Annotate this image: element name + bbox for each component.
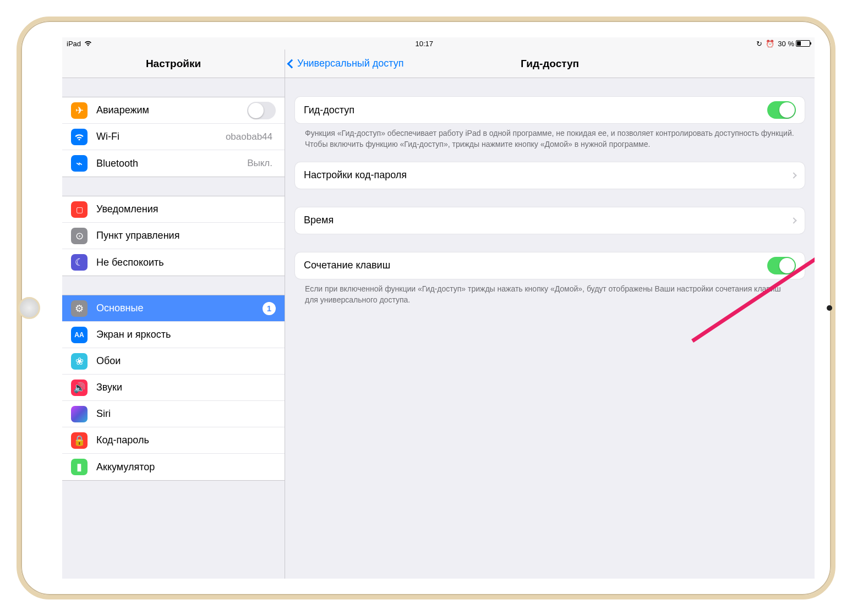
passcode-label: Настройки код-пароля: [304, 169, 791, 181]
wifi-value: obaobab44: [226, 131, 272, 142]
sounds-icon: 🔊: [71, 380, 88, 396]
guided-access-toggle[interactable]: [767, 101, 796, 119]
row-passcode-settings[interactable]: Настройки код-пароля: [295, 162, 805, 189]
home-button[interactable]: [18, 297, 40, 319]
sidebar-item-label: Bluetooth: [96, 158, 247, 169]
sidebar-item-battery[interactable]: ▮ Аккумулятор: [62, 454, 285, 480]
row-accessibility-shortcut[interactable]: Сочетание клавиш: [295, 252, 805, 279]
status-right: ↻ ⏰ 30 %: [756, 40, 810, 48]
sidebar-item-label: Пункт управления: [96, 230, 276, 241]
sidebar-group-network: ✈ Авиарежим Wi-Fi obaobab44 ⌁ Bluetooth …: [62, 97, 285, 177]
shortcut-footnote: Если при включенной функции «Гид-доступ»…: [295, 279, 805, 306]
camera-dot: [827, 305, 832, 311]
detail-group-guided: Гид-доступ: [295, 97, 805, 123]
settings-sidebar: Настройки ✈ Авиарежим Wi-Fi obaobab44: [62, 50, 285, 579]
sidebar-item-display[interactable]: AA Экран и яркость: [62, 322, 285, 348]
airplane-toggle[interactable]: [247, 102, 276, 119]
siri-icon: [71, 406, 88, 422]
rotation-lock-icon: ↻: [756, 40, 762, 48]
detail-pane: Универсальный доступ Гид-доступ Гид-дост…: [285, 50, 815, 579]
guided-access-label: Гид-доступ: [304, 105, 767, 116]
sidebar-item-label: Не беспокоить: [96, 257, 276, 268]
notifications-icon: ▢: [71, 201, 88, 218]
sidebar-item-label: Обои: [96, 355, 276, 367]
sidebar-item-passcode[interactable]: 🔒 Код-пароль: [62, 427, 285, 454]
detail-group-shortcut: Сочетание клавиш: [295, 252, 805, 279]
back-button[interactable]: Универсальный доступ: [288, 50, 404, 78]
shortcut-label: Сочетание клавиш: [304, 260, 767, 271]
chevron-left-icon: [287, 59, 297, 68]
row-guided-access[interactable]: Гид-доступ: [295, 97, 805, 123]
detail-group-passcode: Настройки код-пароля: [295, 162, 805, 189]
gear-icon: ⚙: [71, 300, 88, 317]
shortcut-toggle[interactable]: [767, 257, 796, 274]
clock: 10:17: [415, 40, 433, 48]
time-label: Время: [304, 215, 791, 226]
back-label: Универсальный доступ: [297, 58, 404, 69]
device-label: iPad: [67, 40, 81, 48]
sidebar-item-label: Аккумулятор: [96, 461, 276, 473]
detail-navbar: Универсальный доступ Гид-доступ: [285, 50, 815, 78]
display-icon: AA: [71, 327, 88, 343]
detail-group-time: Время: [295, 207, 805, 234]
sidebar-item-label: Основные: [96, 302, 263, 314]
wifi-icon: [71, 129, 88, 145]
sidebar-group-alerts: ▢ Уведомления ⊙ Пункт управления ☾ Не бе…: [62, 196, 285, 276]
sidebar-item-wallpaper[interactable]: ❀ Обои: [62, 348, 285, 375]
sidebar-item-bluetooth[interactable]: ⌁ Bluetooth Выкл.: [62, 150, 285, 177]
sidebar-item-label: Уведомления: [96, 204, 276, 215]
sidebar-item-label: Код-пароль: [96, 435, 276, 446]
sidebar-item-notifications[interactable]: ▢ Уведомления: [62, 196, 285, 223]
dnd-icon: ☾: [71, 254, 88, 271]
sidebar-item-sounds[interactable]: 🔊 Звуки: [62, 375, 285, 401]
battery-icon: ▮: [71, 459, 88, 475]
general-badge: 1: [263, 302, 276, 315]
ipad-frame: iPad 10:17 ↻ ⏰ 30 % Настройки: [17, 16, 835, 600]
row-time-limits[interactable]: Время: [295, 207, 805, 234]
airplane-icon: ✈: [71, 102, 88, 119]
sidebar-item-siri[interactable]: Siri: [62, 401, 285, 427]
sidebar-item-wifi[interactable]: Wi-Fi obaobab44: [62, 124, 285, 150]
chevron-right-icon: [790, 172, 796, 178]
status-left: iPad: [67, 40, 92, 48]
screen: iPad 10:17 ↻ ⏰ 30 % Настройки: [62, 37, 815, 579]
sidebar-item-general[interactable]: ⚙ Основные 1: [62, 295, 285, 322]
bluetooth-value: Выкл.: [247, 158, 272, 169]
sidebar-group-general: ⚙ Основные 1 AA Экран и яркость ❀ Обои 🔊: [62, 295, 285, 481]
lock-icon: 🔒: [71, 432, 88, 449]
wallpaper-icon: ❀: [71, 353, 88, 370]
sidebar-item-label: Siri: [96, 408, 276, 420]
detail-title: Гид-доступ: [521, 58, 579, 70]
sidebar-item-label: Звуки: [96, 382, 276, 393]
alarm-icon: ⏰: [766, 40, 774, 48]
sidebar-item-label: Экран и яркость: [96, 329, 276, 340]
guided-access-footnote: Функция «Гид-доступ» обеспечивает работу…: [295, 123, 805, 150]
battery-percent: 30 %: [778, 40, 794, 48]
battery-icon: [796, 40, 810, 47]
sidebar-item-label: Wi-Fi: [96, 131, 226, 142]
sidebar-item-airplane[interactable]: ✈ Авиарежим: [62, 97, 285, 124]
chevron-right-icon: [790, 217, 796, 223]
sidebar-item-control-center[interactable]: ⊙ Пункт управления: [62, 223, 285, 249]
control-center-icon: ⊙: [71, 228, 88, 244]
sidebar-navbar: Настройки: [62, 50, 285, 78]
status-bar: iPad 10:17 ↻ ⏰ 30 %: [62, 37, 815, 50]
bluetooth-icon: ⌁: [71, 155, 88, 172]
sidebar-item-label: Авиарежим: [96, 105, 247, 116]
sidebar-title: Настройки: [146, 58, 201, 70]
wifi-icon: [84, 40, 92, 48]
sidebar-item-dnd[interactable]: ☾ Не беспокоить: [62, 249, 285, 276]
